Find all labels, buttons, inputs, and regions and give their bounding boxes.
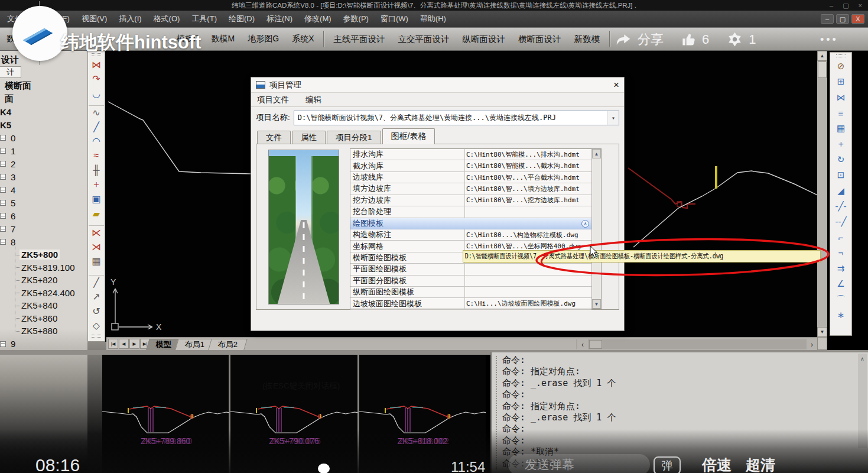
table-row[interactable]: 排水沟库 C:\Hint80\智能模...\排水沟.hdmt <box>350 149 591 160</box>
design-menu-item[interactable]: 主线平面设计 <box>327 34 391 45</box>
like-icon[interactable] <box>681 32 697 48</box>
tree-expand-icon[interactable] <box>0 161 6 167</box>
tree-node[interactable]: 2 <box>0 157 87 170</box>
arc-icon[interactable]: ◠ <box>89 134 104 149</box>
menu-item[interactable]: 绘图(D) <box>223 14 261 24</box>
hatch-ticks-icon[interactable]: ╫ <box>89 163 104 178</box>
stretch-icon[interactable]: ◢ <box>832 183 850 198</box>
tree-node[interactable]: 1 <box>0 144 87 157</box>
table-scrollbar[interactable]: ▲ ▼ <box>591 149 601 309</box>
dialog-tab[interactable]: 属性 <box>292 131 326 144</box>
tree-node[interactable]: 9 <box>0 338 87 351</box>
curve-design-icon[interactable]: ◡ <box>89 86 104 101</box>
break-at-point-icon[interactable]: ⌐ <box>832 229 850 245</box>
tree-expand-icon[interactable] <box>0 239 6 245</box>
add-point-icon[interactable]: ＋ <box>89 177 104 192</box>
dialog-close-icon[interactable]: × <box>613 80 619 90</box>
chevron-down-icon[interactable]: ▾ <box>607 111 619 125</box>
chamfer-icon[interactable]: ∠ <box>832 276 850 291</box>
design-menu-item[interactable]: 纵断面设计 <box>456 34 512 45</box>
tree-node[interactable]: 0 <box>0 131 87 144</box>
scroll-left-icon[interactable]: ‹ <box>577 339 588 349</box>
menu-item[interactable]: 修改(M) <box>298 14 337 24</box>
scroll-down-icon[interactable]: ▼ <box>817 327 827 337</box>
share-label[interactable]: 分享 <box>638 31 664 48</box>
layout-tab[interactable]: 布局2 <box>209 339 248 350</box>
mirror-icon[interactable]: ⋈ <box>832 90 850 105</box>
tree-node[interactable]: 7 <box>0 222 87 235</box>
section-collapse-icon[interactable]: ∧ <box>581 220 589 228</box>
sidebar-tab[interactable]: 计 <box>0 66 21 78</box>
tree-station-item[interactable]: ZK5+819.100 <box>0 261 87 274</box>
dialog-tab[interactable]: 图框/表格 <box>382 128 435 144</box>
tree-section-label[interactable]: 面 <box>0 92 87 105</box>
app-minimize-button[interactable]: – <box>821 14 834 24</box>
section-design-icon[interactable]: ⋉ <box>89 225 104 240</box>
tree-expand-icon[interactable] <box>0 174 6 180</box>
break-icon[interactable]: ¬ <box>832 245 850 261</box>
dialog-tab[interactable]: 文件 <box>257 131 291 144</box>
toolbar-grip[interactable] <box>836 54 846 57</box>
polygon-icon[interactable]: ◇ <box>89 319 104 333</box>
edit-curve-icon[interactable]: ≈ <box>89 148 104 163</box>
tree-station-item[interactable]: ZK5+880 <box>0 325 87 338</box>
dialog-menu-item[interactable]: 项目文件 <box>257 95 289 105</box>
tab-nav-button[interactable]: ▶ <box>129 339 139 349</box>
spline-icon[interactable]: ↺ <box>89 304 104 319</box>
danmaku-input[interactable]: 发送弹幕 <box>508 454 650 473</box>
copy-icon[interactable]: ⊞ <box>832 74 850 89</box>
scroll-right-icon[interactable]: › <box>807 339 817 349</box>
table-row[interactable]: 纵断面图绘图模板 <box>350 287 591 298</box>
menu-item[interactable]: 帮助(H) <box>414 14 452 24</box>
toolbar-menu-item[interactable]: 地形图G <box>241 34 285 44</box>
video-dot-icon[interactable] <box>318 464 330 473</box>
scroll-down-icon[interactable]: ▼ <box>592 299 601 309</box>
tree-expand-icon[interactable] <box>0 187 6 193</box>
tab-nav-button[interactable]: ◀ <box>119 339 129 349</box>
scale-icon[interactable]: ⊡ <box>832 167 850 183</box>
scroll-up-icon[interactable]: ▲ <box>592 149 601 158</box>
slope-render-icon[interactable]: ▰ <box>89 206 104 221</box>
menu-item[interactable]: 视图(V) <box>76 14 113 24</box>
trim-icon[interactable]: -╱- <box>832 199 850 214</box>
curve-redraw-icon[interactable]: ↷ <box>89 72 104 87</box>
share-icon[interactable] <box>615 31 632 48</box>
rotate-icon[interactable]: ↻ <box>832 152 850 167</box>
playback-speed-button[interactable]: 倍速 <box>702 455 732 473</box>
section-design-2-icon[interactable]: ⋊ <box>89 239 104 254</box>
menu-item[interactable]: 格式(O) <box>148 14 186 24</box>
move-icon[interactable]: ＋ <box>832 136 850 151</box>
dialog-title-bar[interactable]: 项目管理 × <box>251 77 624 93</box>
segment-icon[interactable]: ╱ <box>89 275 104 290</box>
explode-icon[interactable]: ∗ <box>832 307 850 323</box>
app-close-button[interactable]: X <box>851 14 864 24</box>
video-window-close-icon[interactable]: × <box>859 0 862 11</box>
tree-expand-icon[interactable] <box>0 200 6 206</box>
zigzag-line-icon[interactable]: ∿ <box>89 105 104 120</box>
toolbar-grip[interactable] <box>92 335 101 338</box>
erase-icon[interactable]: ⊘ <box>832 59 850 74</box>
quality-button[interactable]: 超清 <box>746 455 775 473</box>
table-row[interactable]: 绘图模板 ∧ <box>350 218 591 229</box>
tree-expand-icon[interactable] <box>0 148 6 154</box>
table-row[interactable]: 挖方边坡库 C:\Hint80\智...\挖方边坡库.hdmt <box>350 195 591 206</box>
table-row[interactable]: 填方边坡库 C:\Hint80\智...\填方边坡库.hdmt <box>350 183 591 195</box>
tree-expand-icon[interactable] <box>0 213 6 219</box>
dialog-menu-item[interactable]: 编辑 <box>305 95 321 105</box>
tree-station-item[interactable]: ZK5+824.400 <box>0 287 87 300</box>
table-row[interactable]: 边坡线库 C:\Hint80\智...\平台截水沟.hdmt <box>350 172 591 183</box>
line-icon[interactable]: ╱ <box>89 119 104 134</box>
tree-section-label[interactable]: K5 <box>0 118 87 131</box>
cross-section-tool-icon[interactable]: ⋈ <box>89 57 104 72</box>
design-menu-item[interactable]: 新数模 <box>567 34 606 45</box>
table-row[interactable]: 截水沟库 C:\Hint80\智能模...\截水沟.hdmt <box>350 160 591 171</box>
fillet-icon[interactable]: ⌒ <box>832 291 850 307</box>
danmaku-toggle-icon[interactable]: 弹 <box>654 456 681 473</box>
tree-expand-icon[interactable] <box>0 226 6 232</box>
more-options-icon[interactable]: ••• <box>820 28 838 51</box>
design-menu-item[interactable]: 立交平面设计 <box>391 34 456 45</box>
tree-station-item[interactable]: ZK5+800 <box>0 248 87 261</box>
edit-attribute-icon[interactable]: ▣ <box>89 192 104 207</box>
toolbar-menu-item[interactable]: 系统X <box>285 34 320 44</box>
tree-station-item[interactable]: ZK5+860 <box>0 312 87 325</box>
